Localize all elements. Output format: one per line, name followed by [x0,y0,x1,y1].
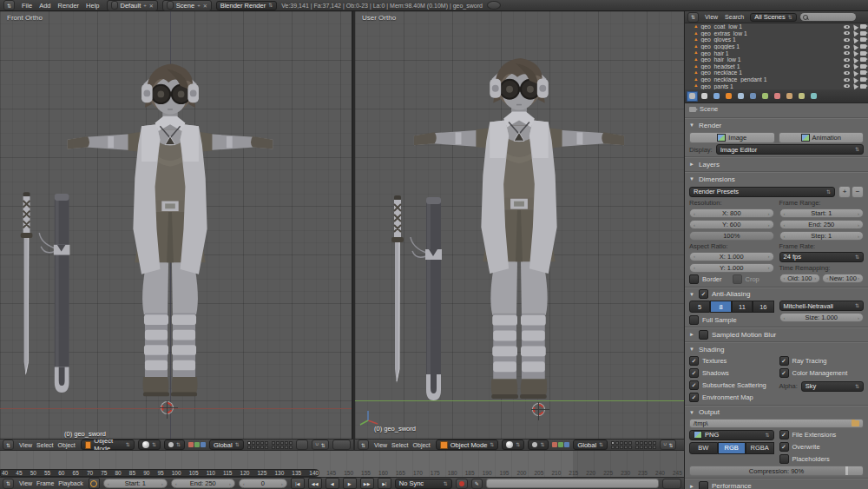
snap-magnet-icon[interactable]: ∩ [660,439,676,450]
compression-slider[interactable]: Compression: 90% [689,466,864,476]
render-image-button[interactable]: Image [689,132,775,143]
aa-size-field[interactable]: Size: 1.000 [779,313,865,322]
manipulator-toggles[interactable] [552,442,569,447]
renderability-camera-icon[interactable] [860,84,866,89]
add-icon[interactable]: + [197,3,201,8]
outliner-item[interactable]: geo_necklace_pendant 1 [685,76,868,83]
tab-constraints[interactable] [735,91,746,102]
renderability-camera-icon[interactable] [860,37,866,42]
Performance[interactable]: Performance [689,480,864,489]
preset-add-button[interactable]: + [838,186,851,198]
visibility-eye-icon[interactable] [844,25,850,29]
mode-dropdown[interactable]: Object Mode [81,439,135,450]
tab-modifiers[interactable] [747,91,759,102]
layers-widget[interactable] [247,441,268,449]
pivot-dropdown[interactable] [528,439,549,450]
tab-texture[interactable] [784,91,795,102]
output-checkbox[interactable] [779,430,789,439]
editor-type-3dview-icon[interactable] [358,439,369,450]
tab-render[interactable] [687,91,698,102]
renderability-camera-icon[interactable] [860,24,866,29]
output-checkbox[interactable] [779,454,789,464]
timeline-editor[interactable]: 4045505560657075808590951001051101151201… [0,451,684,489]
resolution-percentage-slider[interactable]: 100% [689,231,774,241]
shading-panel-header[interactable]: Shading [689,344,864,354]
output-checkbox[interactable] [779,442,789,452]
layers-widget-2[interactable] [635,441,656,449]
folder-icon[interactable] [852,420,859,426]
screen-layout-selector[interactable]: Default + ✕ [107,0,158,11]
shading-checkbox[interactable] [689,393,699,402]
remap-old-field[interactable]: Old: 100 [779,274,821,283]
menu-item[interactable]: View [702,14,720,20]
renderability-camera-icon[interactable] [860,64,866,69]
character-model[interactable] [407,46,631,408]
editor-type-timeline-icon[interactable] [3,479,14,489]
mode-dropdown[interactable]: Object Mode [436,439,499,450]
lock-icon[interactable] [296,439,309,450]
outliner-item[interactable]: geo_goggles 1 [685,43,868,50]
play-reverse-button[interactable]: ◀ [326,478,339,489]
start-frame-field[interactable]: Start: 1 [103,479,168,488]
resolution-y-field[interactable]: Y: 600 [689,220,774,229]
tab-scene[interactable] [699,91,710,102]
visibility-eye-icon[interactable] [844,38,850,42]
layers-widget-2[interactable] [272,441,293,449]
orientation-dropdown[interactable]: Global [573,439,608,450]
menu-item[interactable]: Help [83,2,102,10]
border-checkbox[interactable] [689,274,699,284]
sync-dropdown[interactable]: No Sync [395,479,452,489]
antialiasing-panel-header[interactable]: Anti-Aliasing [689,289,864,300]
aspect-y-field[interactable]: Y: 1.000 [689,263,774,273]
file-format-dropdown[interactable]: PNG [689,430,774,440]
render-panel-header[interactable]: Render [689,120,864,130]
outliner-item[interactable]: geo_pants 1 [685,83,868,89]
preset-remove-button[interactable]: − [852,186,864,198]
menu-item[interactable]: Object [56,442,77,448]
menu-item[interactable]: View [17,442,34,448]
scene-selector[interactable]: Scene + ✕ [162,0,212,11]
menu-item[interactable]: File [19,2,35,10]
close-icon[interactable]: ✕ [149,3,154,9]
editor-type-outliner-icon[interactable] [687,12,699,23]
selectability-arrow-icon[interactable] [852,83,858,89]
visibility-eye-icon[interactable] [844,64,850,68]
render-animation-button[interactable]: Animation [779,132,865,143]
layers-widget[interactable] [611,441,632,449]
shading-dropdown[interactable] [502,439,524,450]
cursor-3d[interactable] [161,402,173,413]
menu-item[interactable]: View [372,442,389,448]
menu-item[interactable]: Frame [35,480,56,486]
renderability-camera-icon[interactable] [860,44,866,49]
crop-checkbox[interactable] [733,274,742,284]
editor-type-info-icon[interactable] [3,0,15,10]
jump-end-button[interactable]: ▶| [378,478,391,489]
character-model[interactable] [61,52,279,406]
breadcrumb-scene[interactable]: Scene [700,105,718,113]
channel-button[interactable]: RGB [718,442,746,454]
render-engine-dropdown[interactable]: Blender Render [216,1,278,10]
record-icon[interactable] [456,479,468,489]
renderability-camera-icon[interactable] [860,77,866,82]
frame-rate-dropdown[interactable]: 24 fps [779,252,865,262]
motion-blur-checkbox[interactable] [699,330,708,340]
outliner-search-input[interactable] [800,13,856,21]
keying-set-pencil-icon[interactable] [471,479,483,489]
remap-new-field[interactable]: New: 100 [822,274,864,283]
full-sample-checkbox[interactable] [689,315,699,325]
menu-item[interactable]: View [17,480,34,486]
outliner-item[interactable]: geo_hair_low 1 [685,56,868,63]
outliner-item[interactable]: geo_extras_low 1 [685,30,868,37]
timeline-track[interactable]: 4045505560657075808590951001051101151201… [0,451,684,477]
end-frame-field[interactable]: End: 250 [779,220,865,229]
orientation-dropdown[interactable]: Global [209,439,244,450]
menu-item[interactable]: Select [390,442,410,448]
shading-checkbox[interactable] [689,356,699,366]
tab-world[interactable] [711,91,722,102]
menu-item[interactable]: Add [36,2,53,10]
editor-type-3dview-icon[interactable] [3,439,14,450]
menu-item[interactable]: Search [722,14,746,20]
aa-sample-button[interactable]: 11 [732,301,753,313]
tab-physics[interactable] [808,91,819,102]
dimensions-panel-header[interactable]: Dimensions [689,174,864,184]
